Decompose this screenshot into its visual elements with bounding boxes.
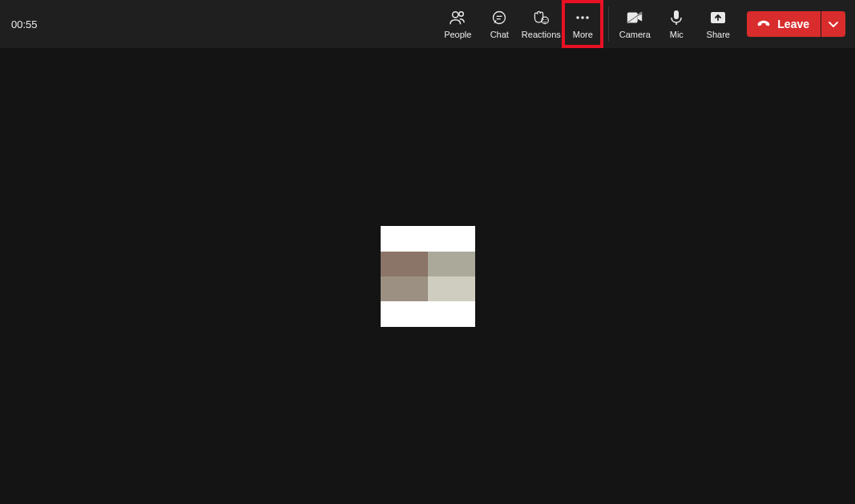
svg-point-8 [576,16,579,19]
leave-options-button[interactable] [821,11,845,37]
more-label: More [573,30,593,39]
people-button[interactable]: People [437,0,478,48]
people-icon [449,9,466,26]
svg-point-1 [459,12,463,16]
camera-label: Camera [619,30,651,39]
reactions-button[interactable]: Reactions [520,0,562,48]
chat-label: Chat [490,30,509,39]
leave-label: Leave [777,18,809,30]
chat-button[interactable]: Chat [478,0,520,48]
chat-icon [491,9,507,26]
hangup-icon [756,18,771,30]
leave-button[interactable]: Leave [747,11,821,37]
people-label: People [444,30,471,39]
mic-label: Mic [670,30,684,39]
more-button[interactable]: More [562,0,603,48]
svg-point-9 [581,16,584,19]
svg-point-7 [546,19,546,20]
meeting-toolbar: 00:55 People [0,0,855,48]
mic-icon [670,9,683,26]
leave-group: Leave [747,11,845,37]
svg-point-6 [544,19,545,20]
toolbar-divider [608,6,609,42]
svg-point-0 [453,12,458,18]
participant-avatar [381,226,475,327]
meeting-stage [0,48,855,504]
camera-button[interactable]: Camera [614,0,655,48]
camera-off-icon [626,9,643,26]
svg-rect-13 [674,10,679,19]
chevron-down-icon [829,17,838,31]
toolbar-controls: People Chat [437,0,739,48]
reactions-label: Reactions [522,30,561,39]
share-screen-icon [710,9,726,26]
svg-point-10 [586,16,589,19]
hand-smile-icon [532,9,550,26]
share-button[interactable]: Share [697,0,739,48]
share-label: Share [707,30,730,39]
more-icon [575,9,591,26]
call-timer: 00:55 [11,18,38,30]
mic-button[interactable]: Mic [655,0,697,48]
